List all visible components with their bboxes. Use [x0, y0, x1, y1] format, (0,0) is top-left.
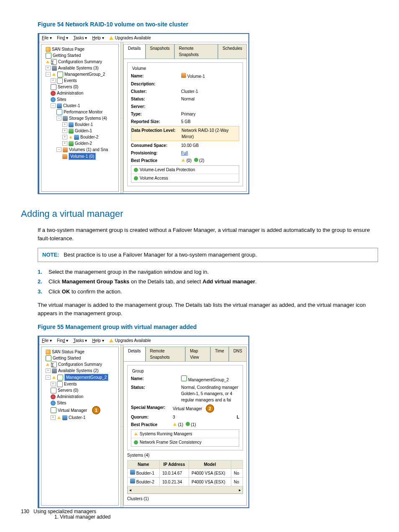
- tab-snapshots[interactable]: Snapshots: [146, 44, 174, 59]
- tab-map-view[interactable]: Map View: [185, 347, 210, 361]
- value-name: Volume-1: [181, 73, 239, 80]
- figure-55-legend: 1. Virtual manager added: [54, 513, 378, 521]
- ok-icon: [134, 176, 138, 180]
- best-practice-list: Volume-Level Data Protection Volume Acce…: [131, 165, 239, 182]
- step-number: 2.: [38, 278, 42, 286]
- figure-54-screenshot: File ▾ Find ▾ Tasks ▾ Help ▾ Upgrades Av…: [38, 33, 249, 194]
- expander-icon[interactable]: +: [46, 368, 51, 373]
- tab-details[interactable]: Details: [123, 44, 146, 59]
- menu-find[interactable]: Find ▾: [57, 337, 68, 344]
- warning-icon: [46, 363, 49, 366]
- tab-remote-snapshots[interactable]: Remote Snapshots: [146, 347, 186, 361]
- storage-node-icon: [69, 122, 74, 127]
- expander-icon[interactable]: +: [51, 382, 56, 386]
- home-icon: [46, 47, 51, 52]
- sigma-icon: Σ: [51, 362, 57, 368]
- selected-volume[interactable]: Volume-1 (0): [69, 153, 96, 160]
- expander-icon[interactable]: +: [62, 129, 67, 133]
- expander-icon[interactable]: −: [51, 103, 56, 108]
- intro-paragraph: If a two-system management group is crea…: [38, 226, 378, 242]
- servers-icon: [51, 84, 56, 90]
- sites-icon: [51, 401, 56, 406]
- perf-mon-icon: [56, 109, 62, 115]
- tab-dns[interactable]: DNS: [229, 347, 247, 361]
- value-type: Primary: [181, 111, 239, 117]
- value-quorum: 3: [173, 414, 237, 420]
- label-name: Name:: [131, 73, 181, 80]
- label-provisioning: Provisioning:: [131, 150, 181, 156]
- warning-icon: [109, 339, 113, 342]
- expander-icon[interactable]: +: [46, 66, 51, 70]
- getting-started-icon: [46, 53, 51, 59]
- table-row[interactable]: Boulder-1 10.0.14.67 P4000 VSA (ESX) No: [128, 469, 243, 478]
- expander-icon[interactable]: −: [46, 72, 51, 77]
- systems-header: Systems (4): [127, 452, 243, 458]
- upgrades-available[interactable]: Upgrades Available: [109, 35, 151, 41]
- label-best-practice: Best Practice: [131, 157, 181, 164]
- ok-icon: [134, 440, 138, 445]
- note-text: Best practice is to use a Failover Manag…: [64, 252, 257, 258]
- tab-schedules[interactable]: Schedules: [218, 44, 247, 59]
- menubar: File ▾ Find ▾ Tasks ▾ Help ▾ Upgrades Av…: [39, 337, 248, 345]
- warning-icon: [46, 60, 49, 63]
- systems-table: Name IP Address Model Boulder-1 10.0.14.…: [127, 460, 243, 486]
- value-provisioning[interactable]: Full: [181, 150, 239, 156]
- servers-icon: [51, 388, 56, 393]
- tab-time[interactable]: Time: [210, 347, 229, 361]
- label-quorum: Quorum:: [131, 414, 173, 420]
- nav-tree[interactable]: SAN Status Page Getting Started ΣConfigu…: [41, 44, 119, 192]
- expander-icon[interactable]: +: [62, 122, 67, 127]
- menu-find[interactable]: Find ▾: [57, 35, 68, 41]
- figure-55-screenshot: File ▾ Find ▾ Tasks ▾ Help ▾ Upgrades Av…: [38, 336, 249, 508]
- expander-icon[interactable]: +: [51, 415, 56, 420]
- col-ip[interactable]: IP Address: [159, 460, 189, 469]
- label-consumed: Consumed Space:: [131, 142, 181, 149]
- label-type: Type:: [131, 111, 181, 117]
- page-footer: 130 Using specialized managers: [21, 508, 96, 515]
- step-1-text: Select the management group in the navig…: [49, 269, 209, 275]
- home-icon: [46, 350, 51, 355]
- expander-icon[interactable]: −: [56, 147, 61, 152]
- result-paragraph: The virtual manager is added to the mana…: [38, 301, 378, 317]
- col-model[interactable]: Model: [189, 460, 231, 469]
- menu-help[interactable]: Help ▾: [92, 337, 104, 344]
- label-name: Name:: [131, 375, 181, 383]
- volume-legend: Volume: [131, 65, 147, 72]
- menu-tasks[interactable]: Tasks ▾: [73, 337, 87, 344]
- storage-node-icon: [69, 141, 74, 146]
- menu-file[interactable]: File ▾: [42, 35, 52, 41]
- label-server: Server:: [131, 103, 181, 110]
- ok-icon: [194, 158, 198, 162]
- sigma-icon: Σ: [51, 59, 57, 65]
- menu-file[interactable]: File ▾: [42, 337, 52, 344]
- menu-tasks[interactable]: Tasks ▾: [73, 35, 87, 41]
- warning-icon: [52, 73, 56, 76]
- getting-started-icon: [46, 355, 51, 361]
- ok-icon: [186, 422, 190, 426]
- group-icon: [57, 375, 63, 380]
- value-data-protection: Network RAID-10 (2-Way Mirror): [182, 127, 239, 140]
- value-special-mgr: Virtual Manager 2: [173, 404, 239, 413]
- events-icon: [57, 381, 63, 387]
- col-name[interactable]: Name: [128, 460, 160, 469]
- expander-icon[interactable]: −: [56, 116, 61, 121]
- nav-tree[interactable]: SAN Status Page Getting Started ΣConfigu…: [41, 347, 119, 506]
- expander-icon[interactable]: +: [62, 141, 67, 146]
- table-row[interactable]: Boulder-2 10.0.21.34 P4000 VSA (ESX) No: [128, 478, 243, 486]
- group-legend: Group: [131, 368, 145, 374]
- splitter[interactable]: ⋮: [120, 42, 123, 193]
- group-icon: [181, 375, 187, 381]
- splitter[interactable]: ⋮: [120, 345, 123, 507]
- warning-icon: [57, 416, 61, 419]
- expander-icon[interactable]: +: [62, 135, 67, 139]
- tab-details[interactable]: Details: [123, 347, 146, 361]
- tab-remote-snapshots[interactable]: Remote Snapshots: [174, 44, 218, 59]
- menubar: File ▾ Find ▾ Tasks ▾ Help ▾ Upgrades Av…: [39, 34, 248, 42]
- menu-help[interactable]: Help ▾: [92, 35, 104, 41]
- upgrades-available[interactable]: Upgrades Available: [109, 337, 151, 344]
- expander-icon[interactable]: −: [46, 375, 51, 380]
- details-pane: Details Snapshots Remote Snapshots Sched…: [123, 44, 247, 192]
- scrollbar[interactable]: ◂▸: [127, 486, 243, 494]
- expander-icon[interactable]: +: [51, 78, 56, 83]
- figure-55-caption: Figure 55 Management group with virtual …: [38, 323, 378, 332]
